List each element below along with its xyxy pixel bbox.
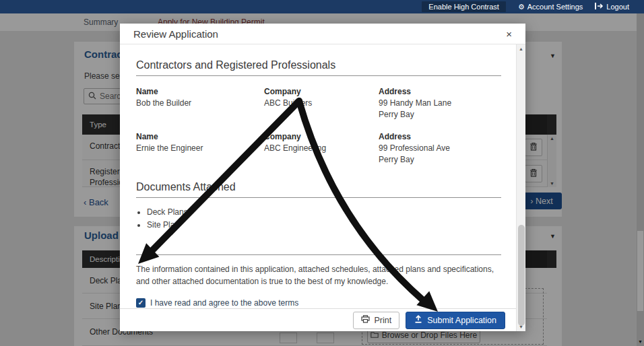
agree-checkbox[interactable]: ✓ bbox=[136, 298, 146, 308]
submit-application-button[interactable]: Submit Application bbox=[406, 312, 505, 329]
company-label: Company bbox=[264, 85, 379, 98]
contractor-address-line1: 99 Professional Ave bbox=[379, 143, 501, 154]
address-label: Address bbox=[379, 85, 501, 98]
scroll-up-icon[interactable]: ▲ bbox=[517, 46, 525, 51]
modal-title: Review Application bbox=[133, 28, 218, 40]
enable-high-contrast-button[interactable]: Enable High Contrast bbox=[422, 1, 506, 12]
contractor-entry: Name Ernie the Engineer Company ABC Engi… bbox=[136, 131, 501, 166]
documents-section-heading: Documents Attached bbox=[136, 181, 501, 198]
review-application-modal: Review Application × Contractors and Reg… bbox=[120, 24, 525, 331]
scroll-down-icon[interactable]: ▼ bbox=[517, 324, 525, 329]
modal-scrollbar-thumb[interactable] bbox=[518, 225, 525, 326]
modal-scrollbar[interactable]: ▲ ▼ bbox=[516, 44, 525, 331]
name-label: Name bbox=[136, 85, 264, 98]
document-item: Site Plan bbox=[147, 219, 501, 232]
logout-label: Logout bbox=[606, 3, 629, 11]
contractor-address-line2: Perry Bay bbox=[379, 109, 501, 120]
gear-icon: ⚙ bbox=[518, 3, 525, 11]
upload-icon bbox=[414, 315, 422, 325]
print-button[interactable]: Print bbox=[353, 312, 399, 329]
account-settings-label: Account Settings bbox=[527, 3, 583, 11]
account-settings-button[interactable]: ⚙ Account Settings bbox=[518, 3, 583, 11]
top-navigation-bar: Enable High Contrast ⚙ Account Settings … bbox=[0, 0, 644, 13]
contractor-address-line2: Perry Bay bbox=[379, 154, 501, 166]
divider bbox=[136, 254, 501, 255]
contractor-address-line1: 99 Handy Man Lane bbox=[379, 98, 501, 109]
contractor-name: Bob the Builder bbox=[136, 98, 264, 109]
address-label: Address bbox=[379, 131, 501, 143]
contractor-name: Ernie the Engineer bbox=[136, 143, 264, 154]
contractor-company: ABC Engineering bbox=[264, 143, 379, 154]
submit-application-label: Submit Application bbox=[427, 316, 496, 325]
disclaimer-text: The information contained in this applic… bbox=[136, 263, 503, 287]
contractor-entry: Name Bob the Builder Company ABC Builder… bbox=[136, 85, 501, 121]
enable-high-contrast-label: Enable High Contrast bbox=[428, 3, 499, 11]
logout-icon bbox=[595, 3, 604, 11]
print-label: Print bbox=[374, 316, 391, 325]
printer-icon bbox=[361, 315, 370, 325]
contractors-section-heading: Contractors and Registered Professionals bbox=[136, 59, 501, 76]
close-icon[interactable]: × bbox=[506, 29, 512, 39]
check-icon: ✓ bbox=[138, 299, 143, 306]
agree-label: I have read and agree to the above terms bbox=[150, 298, 298, 308]
document-item: Deck Plans bbox=[147, 206, 501, 219]
name-label: Name bbox=[136, 131, 264, 143]
modal-header: Review Application × bbox=[120, 24, 525, 44]
attached-documents-list: Deck Plans Site Plan bbox=[147, 206, 501, 232]
logout-button[interactable]: Logout bbox=[595, 3, 629, 11]
company-label: Company bbox=[264, 131, 379, 143]
agree-row: ✓ I have read and agree to the above ter… bbox=[136, 298, 501, 308]
modal-footer: Print Submit Application bbox=[120, 308, 516, 331]
modal-body: Contractors and Registered Professionals… bbox=[120, 44, 516, 308]
contractor-company: ABC Builders bbox=[264, 98, 379, 109]
